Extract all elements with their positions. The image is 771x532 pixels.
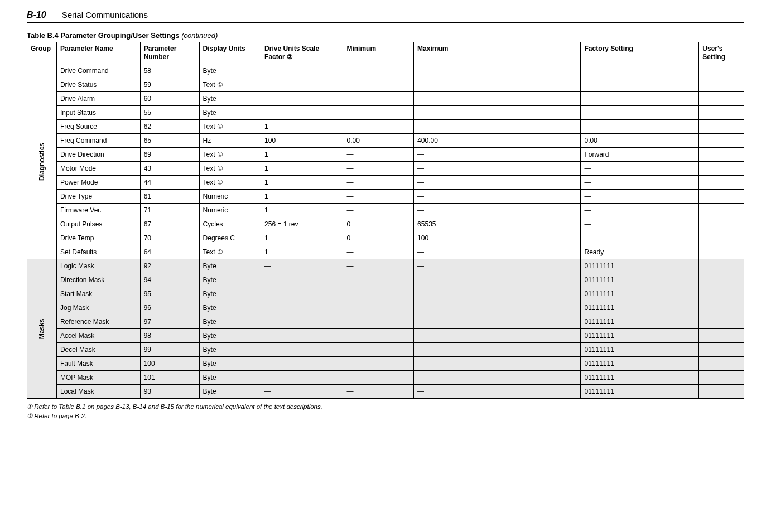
cell-scale: 100 (261, 134, 343, 148)
group-label: Masks (38, 318, 46, 339)
cell-scale: — (261, 92, 343, 106)
cell-pnum: 62 (140, 120, 199, 134)
cell-units: Byte (199, 259, 261, 273)
cell-scale: 1 (261, 231, 343, 245)
cell-scale: — (261, 329, 343, 343)
cell-user (699, 148, 744, 162)
cell-max: — (414, 78, 581, 92)
cell-max: — (414, 148, 581, 162)
cell-name: Set Defaults (56, 245, 140, 259)
cell-max: — (414, 329, 581, 343)
cell-factory: Ready (581, 245, 699, 259)
cell-name: Drive Command (56, 64, 140, 78)
cell-user (699, 245, 744, 259)
cell-max: — (414, 259, 581, 273)
table-row: Drive Status59Text ①———— (27, 78, 744, 92)
cell-factory: — (581, 78, 699, 92)
cell-scale: 1 (261, 120, 343, 134)
cell-min: 0 (343, 217, 414, 231)
cell-name: Start Mask (56, 287, 140, 301)
cell-scale: — (261, 343, 343, 357)
cell-pnum: 99 (140, 343, 199, 357)
cell-max: 400.00 (414, 134, 581, 148)
table-row: Input Status55Byte———— (27, 106, 744, 120)
cell-pnum: 96 (140, 301, 199, 315)
cell-pnum: 61 (140, 190, 199, 204)
col-user-header: User's Setting (699, 42, 744, 64)
section-title: Serial Communications (62, 10, 148, 20)
cell-pnum: 58 (140, 64, 199, 78)
cell-user (699, 301, 744, 315)
cell-pnum: 97 (140, 315, 199, 329)
cell-min: — (343, 329, 414, 343)
table-row: Drive Temp70Degrees C10100 (27, 231, 744, 245)
cell-units: Byte (199, 357, 261, 371)
cell-max: — (414, 106, 581, 120)
col-units-header: Display Units (199, 42, 261, 64)
cell-units: Byte (199, 64, 261, 78)
cell-pnum: 65 (140, 134, 199, 148)
cell-name: Drive Direction (56, 148, 140, 162)
group-label: Diagnostics (38, 142, 46, 180)
table-row: Decel Mask99Byte———01111111 (27, 343, 744, 357)
cell-pnum: 69 (140, 148, 199, 162)
cell-pnum: 100 (140, 357, 199, 371)
cell-min: — (343, 259, 414, 273)
cell-pnum: 44 (140, 176, 199, 190)
cell-max: — (414, 301, 581, 315)
cell-max: — (414, 162, 581, 176)
col-min-header: Minimum (343, 42, 414, 64)
cell-factory: 01111111 (581, 273, 699, 287)
cell-max: — (414, 315, 581, 329)
cell-factory: 01111111 (581, 357, 699, 371)
table-row: Start Mask95Byte———01111111 (27, 287, 744, 301)
cell-name: Fault Mask (56, 357, 140, 371)
table-row: Fault Mask100Byte———01111111 (27, 357, 744, 371)
cell-name: Drive Temp (56, 231, 140, 245)
table-row: Power Mode44Text ①1——— (27, 176, 744, 190)
cell-user (699, 385, 744, 399)
cell-scale: 1 (261, 162, 343, 176)
cell-units: Byte (199, 106, 261, 120)
cell-scale: 1 (261, 204, 343, 217)
cell-max: — (414, 287, 581, 301)
cell-name: MOP Mask (56, 371, 140, 385)
cell-user (699, 162, 744, 176)
cell-scale: 1 (261, 176, 343, 190)
cell-max: — (414, 343, 581, 357)
cell-name: Input Status (56, 106, 140, 120)
cell-units: Byte (199, 287, 261, 301)
table-caption: Table B.4 Parameter Grouping/User Settin… (27, 31, 744, 40)
cell-pnum: 67 (140, 217, 199, 231)
cell-pnum: 101 (140, 371, 199, 385)
cell-name: Direction Mask (56, 273, 140, 287)
cell-min: — (343, 106, 414, 120)
cell-name: Motor Mode (56, 162, 140, 176)
cell-min: — (343, 357, 414, 371)
table-row: Firmware Ver.71Numeric1——— (27, 204, 744, 217)
cell-user (699, 287, 744, 301)
cell-max: — (414, 371, 581, 385)
table-row: Accel Mask98Byte———01111111 (27, 329, 744, 343)
cell-factory: 01111111 (581, 301, 699, 315)
cell-scale: — (261, 106, 343, 120)
cell-factory: — (581, 190, 699, 204)
cell-user (699, 231, 744, 245)
cell-min: — (343, 287, 414, 301)
table-row: Motor Mode43Text ①1——— (27, 162, 744, 176)
cell-name: Freq Source (56, 120, 140, 134)
cell-units: Text ① (199, 148, 261, 162)
cell-units: Text ① (199, 78, 261, 92)
footnotes: ① Refer to Table B.1 on pages B-13, B-14… (27, 402, 744, 422)
cell-factory: — (581, 106, 699, 120)
cell-factory: — (581, 204, 699, 217)
cell-scale: 1 (261, 190, 343, 204)
cell-factory: 01111111 (581, 343, 699, 357)
table-row: Freq Command65Hz1000.00400.000.00 (27, 134, 744, 148)
cell-name: Power Mode (56, 176, 140, 190)
cell-user (699, 273, 744, 287)
cell-factory: — (581, 176, 699, 190)
cell-units: Text ① (199, 162, 261, 176)
cell-name: Drive Type (56, 190, 140, 204)
table-row: Set Defaults64Text ①1——Ready (27, 245, 744, 259)
